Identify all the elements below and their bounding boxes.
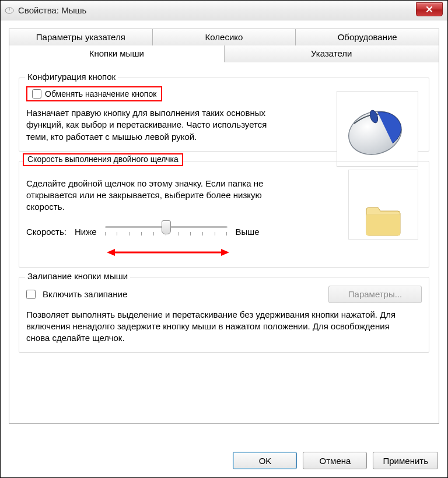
highlight-swap-buttons: Обменять назначение кнопок [26,86,162,101]
mouse-illustration [337,91,418,167]
group-clicklock: Залипание кнопки мыши Включить залипание… [19,277,429,353]
close-icon [425,5,433,13]
annotation-speed-arrow [107,247,229,259]
tab-row-secondary: Параметры указателя Колесико Оборудовани… [9,29,439,45]
ok-button[interactable]: OK [233,452,297,469]
cancel-button[interactable]: Отмена [303,452,367,469]
slider-thumb[interactable] [162,220,171,234]
svg-marker-5 [221,249,229,256]
checkbox-clicklock-label: Включить залипание [43,289,127,299]
tab-hardware[interactable]: Оборудование [296,29,439,45]
tab-panel-buttons: Конфигурация кнопок Обменять назначение … [9,62,439,424]
speed-higher-label: Выше [236,227,260,237]
double-click-description: Сделайте двойной щелчок по этому значку.… [26,178,283,213]
tab-row-primary: Кнопки мыши Указатели [9,45,439,62]
group-clicklock-title: Залипание кнопки мыши [25,271,130,281]
mouse-icon [342,97,412,161]
tab-buttons[interactable]: Кнопки мыши [9,45,225,62]
checkbox-clicklock-row: Включить залипание [26,289,127,299]
clicklock-settings-button: Параметры... [328,286,422,303]
svg-rect-6 [366,215,400,236]
group-button-config: Конфигурация кнопок Обменять назначение … [19,78,429,152]
close-button[interactable] [416,2,443,16]
tab-wheel[interactable]: Колесико [153,29,296,45]
double-click-test-area[interactable] [348,170,418,240]
checkbox-swap-buttons[interactable] [32,89,41,99]
group-double-click-title: Скорость выполнения двойного щелчка [27,154,178,164]
tab-pointer-options[interactable]: Параметры указателя [9,29,153,45]
window-title: Свойства: Мышь [18,5,86,15]
window-titlebar: Свойства: Мышь [1,1,447,20]
checkbox-clicklock[interactable] [26,290,36,299]
folder-icon [363,201,404,239]
dialog-button-row: OK Отмена Применить [233,452,438,469]
highlight-dblclick-title: Скорость выполнения двойного щелчка [23,153,183,166]
clicklock-description: Позволяет выполнять выделение и перетаск… [26,309,400,345]
group-double-click: Скорость выполнения двойного щелчка Сдел… [19,161,429,268]
checkbox-swap-buttons-label: Обменять назначение кнопок [45,89,156,99]
group-button-config-title: Конфигурация кнопок [25,72,118,82]
tab-pointers[interactable]: Указатели [225,45,440,62]
speed-label: Скорость: [26,227,66,237]
mouse-titlebar-icon [4,6,15,15]
speed-lower-label: Ниже [75,227,97,237]
double-click-speed-slider[interactable] [105,220,228,244]
swap-buttons-description: Назначает правую кнопку для выполнения т… [26,107,271,143]
svg-marker-4 [107,249,115,256]
apply-button[interactable]: Применить [373,452,438,469]
